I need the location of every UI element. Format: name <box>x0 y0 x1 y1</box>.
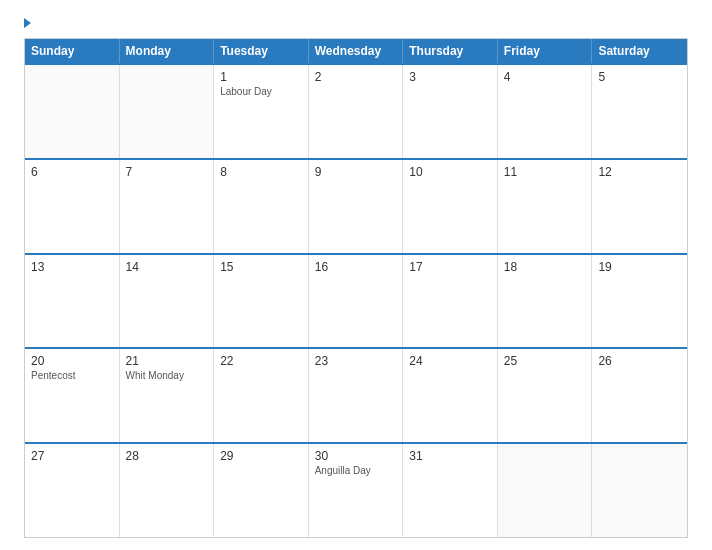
cal-cell: 8 <box>214 160 309 253</box>
day-number: 17 <box>409 260 491 274</box>
holiday-label: Labour Day <box>220 86 302 97</box>
day-number: 5 <box>598 70 681 84</box>
day-number: 11 <box>504 165 586 179</box>
cal-cell: 2 <box>309 65 404 158</box>
cal-cell: 30Anguilla Day <box>309 444 404 537</box>
day-number: 9 <box>315 165 397 179</box>
cal-cell: 27 <box>25 444 120 537</box>
cal-cell <box>25 65 120 158</box>
cal-cell: 18 <box>498 255 593 348</box>
cal-cell: 26 <box>592 349 687 442</box>
day-number: 8 <box>220 165 302 179</box>
cal-cell: 24 <box>403 349 498 442</box>
day-number: 2 <box>315 70 397 84</box>
cal-cell: 22 <box>214 349 309 442</box>
day-number: 6 <box>31 165 113 179</box>
week-row-2: 6789101112 <box>25 158 687 253</box>
cal-cell: 6 <box>25 160 120 253</box>
col-header-saturday: Saturday <box>592 39 687 63</box>
cal-cell: 23 <box>309 349 404 442</box>
cal-cell: 4 <box>498 65 593 158</box>
cal-cell: 13 <box>25 255 120 348</box>
day-number: 22 <box>220 354 302 368</box>
cal-cell: 15 <box>214 255 309 348</box>
week-row-3: 13141516171819 <box>25 253 687 348</box>
day-number: 26 <box>598 354 681 368</box>
cal-cell: 3 <box>403 65 498 158</box>
holiday-label: Pentecost <box>31 370 113 381</box>
cal-cell: 10 <box>403 160 498 253</box>
day-number: 25 <box>504 354 586 368</box>
col-header-sunday: Sunday <box>25 39 120 63</box>
day-number: 4 <box>504 70 586 84</box>
day-number: 18 <box>504 260 586 274</box>
col-header-thursday: Thursday <box>403 39 498 63</box>
cal-cell: 7 <box>120 160 215 253</box>
cal-cell: 28 <box>120 444 215 537</box>
cal-cell: 20Pentecost <box>25 349 120 442</box>
calendar-page: SundayMondayTuesdayWednesdayThursdayFrid… <box>0 0 712 550</box>
cal-cell: 9 <box>309 160 404 253</box>
day-number: 27 <box>31 449 113 463</box>
day-number: 19 <box>598 260 681 274</box>
day-number: 10 <box>409 165 491 179</box>
day-number: 13 <box>31 260 113 274</box>
day-number: 14 <box>126 260 208 274</box>
day-number: 30 <box>315 449 397 463</box>
cal-cell <box>498 444 593 537</box>
col-header-friday: Friday <box>498 39 593 63</box>
col-header-monday: Monday <box>120 39 215 63</box>
week-row-4: 20Pentecost21Whit Monday2223242526 <box>25 347 687 442</box>
cal-cell <box>592 444 687 537</box>
calendar-grid: SundayMondayTuesdayWednesdayThursdayFrid… <box>24 38 688 538</box>
page-header <box>24 18 688 28</box>
cal-cell: 21Whit Monday <box>120 349 215 442</box>
day-number: 23 <box>315 354 397 368</box>
day-number: 29 <box>220 449 302 463</box>
day-number: 12 <box>598 165 681 179</box>
holiday-label: Anguilla Day <box>315 465 397 476</box>
day-number: 3 <box>409 70 491 84</box>
day-number: 15 <box>220 260 302 274</box>
cal-cell: 11 <box>498 160 593 253</box>
day-number: 7 <box>126 165 208 179</box>
cal-cell: 16 <box>309 255 404 348</box>
cal-cell: 1Labour Day <box>214 65 309 158</box>
cal-cell: 31 <box>403 444 498 537</box>
day-number: 28 <box>126 449 208 463</box>
day-number: 31 <box>409 449 491 463</box>
day-number: 1 <box>220 70 302 84</box>
logo-blue-text <box>24 18 33 28</box>
day-number: 24 <box>409 354 491 368</box>
cal-cell: 29 <box>214 444 309 537</box>
cal-cell: 25 <box>498 349 593 442</box>
col-header-wednesday: Wednesday <box>309 39 404 63</box>
cal-cell: 14 <box>120 255 215 348</box>
week-row-1: 1Labour Day2345 <box>25 63 687 158</box>
holiday-label: Whit Monday <box>126 370 208 381</box>
col-header-tuesday: Tuesday <box>214 39 309 63</box>
week-row-5: 27282930Anguilla Day31 <box>25 442 687 537</box>
day-number: 16 <box>315 260 397 274</box>
calendar-header-row: SundayMondayTuesdayWednesdayThursdayFrid… <box>25 39 687 63</box>
cal-cell: 19 <box>592 255 687 348</box>
cal-cell: 12 <box>592 160 687 253</box>
cal-cell: 17 <box>403 255 498 348</box>
logo-triangle-icon <box>24 18 31 28</box>
calendar-body: 1Labour Day23456789101112131415161718192… <box>25 63 687 537</box>
day-number: 20 <box>31 354 113 368</box>
cal-cell <box>120 65 215 158</box>
day-number: 21 <box>126 354 208 368</box>
cal-cell: 5 <box>592 65 687 158</box>
logo <box>24 18 33 28</box>
